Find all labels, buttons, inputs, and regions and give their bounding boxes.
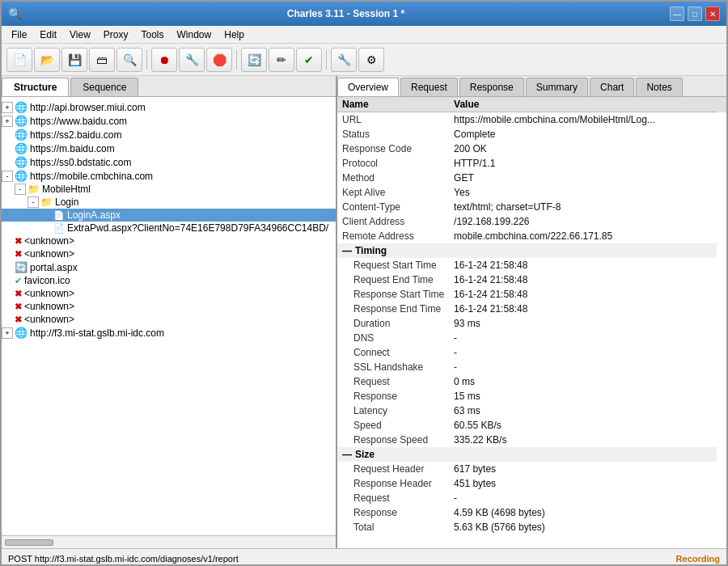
validate-button[interactable]: ✔ — [296, 48, 322, 72]
row-value: text/html; charset=UTF-8 — [449, 200, 717, 214]
tree-item[interactable]: 🌐https://ss2.baidu.com — [2, 128, 336, 142]
expand-icon[interactable]: + — [2, 116, 13, 127]
globe-icon: 🌐 — [15, 129, 28, 141]
tree-item[interactable]: -🌐https://mobile.cmbchina.com — [2, 169, 336, 183]
new-button[interactable]: 📄 — [6, 48, 32, 72]
tools-button[interactable]: 🔧 — [331, 48, 357, 72]
menu-help[interactable]: Help — [218, 27, 251, 42]
tree-item[interactable]: +🌐https://www.baidu.com — [2, 114, 336, 128]
open-button[interactable]: 📂 — [34, 48, 60, 72]
tree-label: http://f3.mi-stat.gslb.mi-idc.com — [30, 327, 164, 339]
tree-item[interactable]: -📁Login — [2, 196, 336, 209]
row-value: GET — [449, 171, 717, 185]
row-value: 335.22 KB/s — [449, 433, 717, 447]
tree-item[interactable]: -📁MobileHtml — [2, 183, 336, 196]
maximize-button[interactable]: □ — [688, 6, 702, 21]
row-name: Request Start Time — [337, 258, 449, 272]
row-value: 63 ms — [449, 403, 717, 418]
tab-notes[interactable]: Notes — [636, 78, 682, 96]
horizontal-scrollbar[interactable] — [2, 535, 336, 548]
tree-item[interactable]: 🌐https://ss0.bdstatic.com — [2, 155, 336, 169]
tab-request[interactable]: Request — [400, 78, 458, 96]
clear-button[interactable]: 🔄 — [241, 48, 267, 72]
row-value: Complete — [449, 127, 717, 142]
globe-icon: 🌐 — [15, 156, 28, 168]
table-row: MethodGET — [337, 171, 726, 185]
title-text: Charles 3.11 - Session 1 * — [287, 8, 404, 19]
save-button[interactable]: 💾 — [61, 48, 87, 72]
expand-icon[interactable]: - — [28, 196, 39, 208]
table-row: URLhttps://mobile.cmbchina.com/MobileHtm… — [337, 112, 726, 128]
menu-view[interactable]: View — [63, 27, 97, 42]
record-button[interactable]: ⏺ — [151, 48, 177, 72]
row-name: Response Start Time — [337, 287, 449, 302]
tree-item[interactable]: +🌐http://api.browser.miui.com — [2, 100, 336, 114]
edit-button[interactable]: ✏ — [269, 48, 294, 72]
page-icon: 📄 — [53, 210, 65, 221]
right-tab-bar: Overview Request Response Summary Chart … — [337, 76, 726, 97]
title-icon: 🔍 — [8, 7, 22, 20]
menu-file[interactable]: File — [5, 27, 33, 42]
tab-summary[interactable]: Summary — [526, 78, 588, 96]
globe-icon: 🌐 — [15, 142, 28, 154]
tab-sequence[interactable]: Sequence — [70, 78, 138, 96]
expand-icon[interactable]: + — [2, 327, 13, 339]
table-row: Kept AliveYes — [337, 185, 726, 200]
col-header-value: Value — [449, 97, 717, 112]
row-name: DNS — [337, 331, 449, 345]
toolbar: 📄 📂 💾 🗃 🔍 ⏺ 🔧 🛑 🔄 ✏ ✔ 🔧 ⚙ — [2, 44, 726, 76]
find-button[interactable]: 🔍 — [116, 48, 142, 72]
tree-item[interactable]: 🌐https://m.baidu.com — [2, 142, 336, 155]
row-name: Request Header — [337, 462, 449, 476]
tab-response[interactable]: Response — [459, 78, 524, 96]
table-row: Content-Typetext/html; charset=UTF-8 — [337, 200, 726, 214]
expand-icon[interactable]: - — [2, 171, 13, 182]
menu-edit[interactable]: Edit — [33, 27, 63, 42]
tree-item[interactable]: +🌐http://f3.mi-stat.gslb.mi-idc.com — [2, 326, 336, 340]
overview-content[interactable]: Name Value URLhttps://mobile.cmbchina.co… — [337, 97, 726, 548]
menu-window[interactable]: Window — [171, 27, 218, 42]
menu-proxy[interactable]: Proxy — [97, 27, 135, 42]
tree-item[interactable]: ✖<unknown> — [2, 300, 336, 313]
tree-item[interactable]: ✖<unknown> — [2, 287, 336, 300]
error-icon: ✖ — [15, 289, 22, 299]
tree-label: http://api.browser.miui.com — [30, 102, 146, 113]
row-value: 5.63 KB (5766 bytes) — [449, 520, 717, 534]
tab-chart[interactable]: Chart — [590, 78, 634, 96]
tree-item[interactable]: 📄LoginA.aspx — [2, 209, 336, 222]
tree-item[interactable]: ✖<unknown> — [2, 247, 336, 260]
table-row: Response4.59 KB (4698 bytes) — [337, 505, 726, 520]
throttle-button[interactable]: 🔧 — [179, 48, 205, 72]
row-name: Remote Address — [337, 229, 449, 243]
close-button[interactable]: ✕ — [705, 6, 720, 21]
expand-icon[interactable]: - — [15, 184, 26, 195]
tree-label: portal.aspx — [30, 262, 78, 273]
tree-item[interactable]: ✔favicon.ico — [2, 274, 336, 287]
minimize-button[interactable]: — — [670, 6, 684, 21]
tab-overview[interactable]: Overview — [337, 78, 399, 96]
tree-label: <unknown> — [24, 248, 74, 260]
error-icon: ✖ — [15, 302, 22, 312]
tree-item[interactable]: 📄ExtraPwd.aspx?ClientNo=74E16E798D79FA34… — [2, 222, 336, 234]
toolbar-separator-2 — [236, 50, 237, 70]
row-name: Client Address — [337, 214, 449, 229]
left-tab-bar: Structure Sequence — [2, 76, 336, 97]
expand-icon[interactable]: + — [2, 102, 13, 113]
settings-button[interactable]: ⚙ — [358, 48, 384, 72]
row-value: 0 ms — [449, 374, 717, 389]
tree-item[interactable]: ✖<unknown> — [2, 234, 336, 247]
import-button[interactable]: 🗃 — [89, 48, 115, 72]
row-name: Request — [337, 491, 449, 505]
tree: +🌐http://api.browser.miui.com+🌐https://w… — [2, 97, 336, 535]
menu-tools[interactable]: Tools — [135, 27, 171, 42]
tab-structure[interactable]: Structure — [2, 78, 69, 96]
toolbar-separator-3 — [326, 50, 327, 70]
row-name: Status — [337, 127, 449, 142]
table-row: Speed60.55 KB/s — [337, 418, 726, 433]
stop-button[interactable]: 🛑 — [206, 48, 232, 72]
tree-item[interactable]: 🔄portal.aspx — [2, 260, 336, 274]
table-row: Response Start Time16-1-24 21:58:48 — [337, 287, 726, 302]
tree-item[interactable]: ✖<unknown> — [2, 313, 336, 326]
row-value: 617 bytes — [449, 462, 717, 476]
row-value: - — [449, 360, 717, 374]
